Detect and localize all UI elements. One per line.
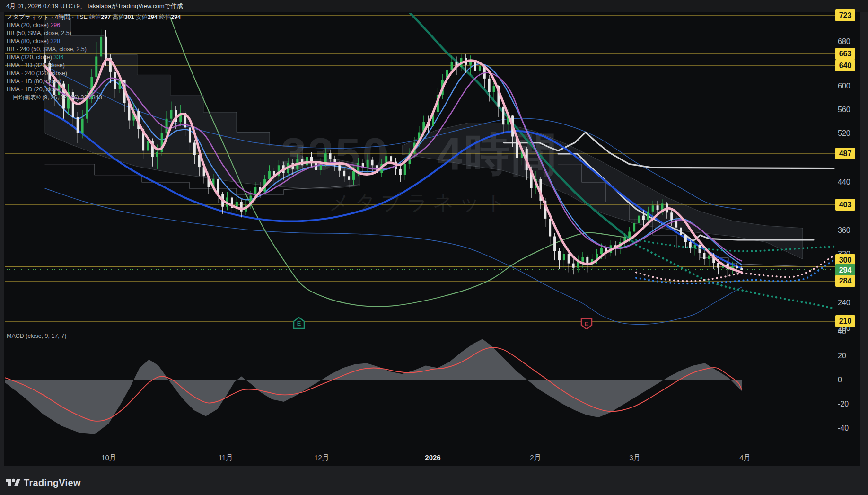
candle-body (240, 202, 243, 212)
time-tick-3月[interactable]: 3月 (623, 453, 647, 462)
price-tick-560[interactable]: 560 (838, 106, 859, 114)
legend[interactable]: メタプラネット・4時間・TSE 始値297 高値301 安値294 終値294H… (7, 13, 181, 102)
pane-divider[interactable] (4, 329, 860, 329)
candle-body (338, 165, 341, 170)
candle-body (703, 253, 705, 259)
legend-row-hma80[interactable]: HMA (80, close) 328 (7, 37, 181, 45)
candle-body (367, 160, 369, 168)
candle-body (81, 119, 84, 133)
legend-row-bb240[interactable]: BB · 240 (50, SMA, close, 2.5) (7, 45, 181, 53)
time-axis-border (4, 451, 860, 451)
legend-text: HMA (320, close) (7, 54, 53, 61)
candle-body (661, 203, 663, 210)
macd-pane[interactable] (5, 339, 835, 434)
legend-row-hma-1d-20[interactable]: HMA · 1D (20, close) (7, 86, 181, 94)
svg-text:E: E (585, 320, 589, 327)
price-tick-20[interactable]: 20 (838, 352, 859, 360)
legend-row-bb50[interactable]: BB (50, SMA, close, 2.5) (7, 29, 181, 37)
candle-body (77, 117, 79, 133)
legend-row-hma20[interactable]: HMA (20, close) 296 (7, 21, 181, 29)
legend-text: メタプラネット・4時間・TSE (7, 14, 89, 20)
candle-body (563, 254, 565, 260)
legend-text: 294 (171, 14, 181, 20)
tradingview-logo-icon (6, 477, 20, 489)
tradingview-chart-window: 4月 01, 2026 07:19 UTC+9、 takatabaがTradin… (0, 0, 868, 495)
macd-indicator-label[interactable]: MACD (close, 9, 17, 7) (7, 333, 66, 339)
legend-text: 328 (50, 38, 60, 44)
candle-body (306, 157, 308, 165)
legend-row-hma320[interactable]: HMA (320, close) 336 (7, 53, 181, 62)
candle-body (193, 143, 196, 155)
time-tick-4月[interactable]: 4月 (733, 453, 757, 462)
legend-text: HMA · 1D (320, close) (7, 62, 65, 69)
short-entry-marker[interactable]: E (581, 318, 592, 329)
legend-row-ichimoku[interactable]: 一目均衡表® (9, 26, 52, 26) 326 343 (7, 94, 181, 102)
candle-body (581, 257, 584, 262)
legend-text: 一目均衡表® (9, 26, 52, 26) (7, 94, 80, 101)
time-tick-2月[interactable]: 2月 (524, 453, 547, 462)
candle-body (488, 79, 491, 92)
legend-text: 296 (50, 22, 60, 28)
candle-body (343, 171, 345, 176)
price-tick-520[interactable]: 520 (838, 129, 859, 138)
price-tick--20[interactable]: -20 (838, 400, 859, 408)
series-pink-projection (636, 256, 834, 281)
price-badge-640: 640 (835, 60, 855, 71)
candle-body (568, 254, 570, 264)
legend-text: BB · 240 (50, SMA, close, 2.5) (7, 46, 87, 53)
price-tick-600[interactable]: 600 (838, 82, 859, 90)
long-entry-marker[interactable]: E (294, 318, 304, 328)
price-tick-440[interactable]: 440 (838, 178, 859, 186)
price-badge-487: 487 (835, 148, 855, 159)
candle-body (657, 205, 659, 210)
legend-text: 301 (124, 14, 134, 20)
candle-body (189, 128, 191, 143)
legend-row-hma-1d-80[interactable]: HMA · 1D (80, close) (7, 78, 181, 86)
candle-body (549, 219, 551, 237)
candle-body (652, 205, 654, 212)
candle-body (633, 223, 635, 232)
candle-body (166, 119, 168, 133)
candle-body (404, 164, 406, 175)
svg-text:E: E (297, 320, 301, 327)
legend-text: HMA · 240 (320, close) (7, 70, 67, 77)
macd-histogram-area (5, 339, 742, 434)
candle-body (268, 171, 271, 179)
time-tick-2026[interactable]: 2026 (421, 453, 445, 461)
legend-row-symbol-row[interactable]: メタプラネット・4時間・TSE 始値297 高値301 安値294 終値294 (7, 13, 181, 21)
price-tick-0[interactable]: 0 (838, 376, 859, 384)
legend-text: 336 (53, 54, 63, 61)
series-teal-projection-flat (636, 240, 834, 251)
candle-body (357, 163, 359, 171)
legend-row-hma-240-320[interactable]: HMA · 240 (320, close) (7, 70, 181, 78)
legend-text: 294 (148, 14, 158, 20)
price-tick-360[interactable]: 360 (838, 226, 859, 235)
legend-text: HMA (80, close) (7, 38, 50, 44)
legend-text: 安値 (134, 14, 148, 20)
price-tick--40[interactable]: -40 (838, 424, 859, 433)
ichimoku-cloud-1 (402, 123, 803, 259)
price-tick-680[interactable]: 680 (838, 37, 859, 46)
price-tick-240[interactable]: 240 (838, 299, 859, 307)
legend-text: 終値 (158, 14, 171, 20)
candle-body (628, 232, 631, 238)
candle-body (642, 216, 645, 220)
candle-body (390, 156, 392, 161)
time-tick-10月[interactable]: 10月 (97, 453, 121, 462)
candle-body (479, 66, 481, 71)
candle-body (736, 266, 738, 268)
candle-body (156, 152, 158, 157)
candle-body (147, 141, 149, 151)
time-tick-12月[interactable]: 12月 (310, 453, 333, 462)
price-tick-40[interactable]: 40 (838, 327, 859, 336)
time-tick-11月[interactable]: 11月 (214, 453, 237, 462)
candle-body (553, 237, 556, 251)
legend-text: 始値 (89, 14, 101, 20)
candle-body (170, 110, 172, 119)
legend-row-hma-1d-320[interactable]: HMA · 1D (320, close) (7, 62, 181, 70)
candle-body (348, 176, 350, 180)
candle-body (680, 228, 682, 235)
candle-body (324, 153, 327, 162)
candle-body (741, 268, 743, 270)
price-badge-403: 403 (835, 199, 855, 211)
